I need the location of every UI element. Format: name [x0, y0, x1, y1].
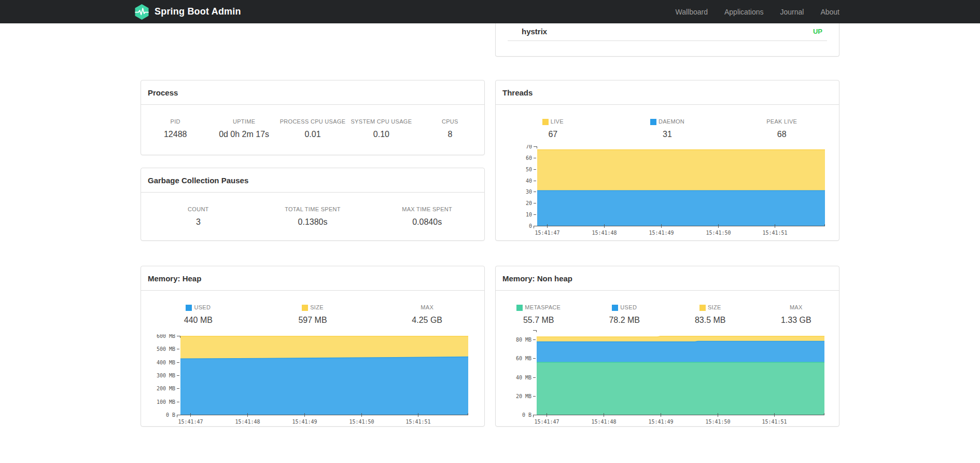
svg-text:15:41:50: 15:41:50 — [706, 230, 731, 236]
card-title: Garbage Collection Pauses — [141, 168, 484, 193]
svg-text:600 MB: 600 MB — [157, 334, 175, 339]
metric-value: 440 MB — [141, 315, 256, 325]
metric-value: 55.7 MB — [496, 315, 582, 325]
metric-value: 0.1380s — [256, 217, 370, 227]
svg-text:15:41:47: 15:41:47 — [178, 419, 203, 425]
metric-label: METASPACE — [496, 304, 582, 311]
legend-swatch-icon — [612, 305, 618, 311]
svg-text:50: 50 — [526, 167, 532, 172]
card-title: Memory: Non heap — [496, 266, 839, 291]
main-content: Process PID12488UPTIME0d 0h 2m 17sPROCES… — [141, 0, 839, 427]
metrics-row: COUNT3TOTAL TIME SPENT0.1380sMAX TIME SP… — [141, 193, 484, 227]
brand-title: Spring Boot Admin — [155, 6, 241, 17]
svg-text:60 MB: 60 MB — [516, 356, 531, 361]
svg-text:15:41:47: 15:41:47 — [534, 419, 559, 425]
legend-swatch-icon — [186, 305, 192, 311]
card-title: Process — [141, 80, 484, 105]
application-row[interactable]: hystrix UP — [508, 23, 827, 41]
brand-link[interactable]: Spring Boot Admin — [134, 3, 241, 21]
svg-text:15:41:49: 15:41:49 — [648, 419, 673, 425]
metric: DAEMON31 — [610, 118, 725, 139]
pulse-hexagon-icon — [134, 3, 150, 21]
metric: LIVE67 — [496, 118, 610, 139]
metric-label: SYSTEM CPU USAGE — [347, 118, 415, 125]
metric-value: 4.25 GB — [370, 315, 484, 325]
card-title: Threads — [496, 80, 839, 105]
card-title: Memory: Heap — [141, 266, 484, 291]
svg-text:15:41:47: 15:41:47 — [535, 230, 559, 236]
threads-chart: 01020304050607015:41:4715:41:4815:41:491… — [496, 145, 839, 238]
application-status-card: hystrix UP — [495, 23, 839, 57]
threads-card: Threads LIVE67DAEMON31PEAK LIVE68 010203… — [495, 80, 839, 241]
nav-item-journal[interactable]: Journal — [780, 8, 804, 16]
metric-value: 68 — [724, 129, 839, 139]
metrics-row: PID12488UPTIME0d 0h 2m 17sPROCESS CPU US… — [141, 105, 484, 139]
metric: USED78.2 MB — [582, 304, 668, 325]
metric: SIZE83.5 MB — [667, 304, 753, 325]
metric: PID12488 — [141, 118, 209, 139]
svg-text:15:41:50: 15:41:50 — [349, 419, 374, 425]
metric-value: 83.5 MB — [667, 315, 753, 325]
metric-value: 0.01 — [278, 129, 347, 139]
gc-pauses-card: Garbage Collection Pauses COUNT3TOTAL TI… — [141, 168, 485, 241]
svg-text:40 MB: 40 MB — [516, 375, 531, 380]
svg-text:100 MB: 100 MB — [157, 399, 175, 405]
metric-label: COUNT — [141, 206, 256, 213]
metric-label: PEAK LIVE — [724, 118, 839, 125]
metric: METASPACE55.7 MB — [496, 304, 582, 325]
svg-text:15:41:49: 15:41:49 — [292, 419, 317, 425]
metric: MAX TIME SPENT0.0840s — [370, 206, 484, 227]
metric: SIZE597 MB — [256, 304, 370, 325]
svg-text:15:41:48: 15:41:48 — [591, 419, 616, 425]
metric: MAX1.33 GB — [753, 304, 839, 325]
legend-swatch-icon — [650, 119, 656, 125]
metrics-row: LIVE67DAEMON31PEAK LIVE68 — [496, 105, 839, 139]
nav-item-about[interactable]: About — [820, 8, 839, 16]
nav-links: Wallboard Applications Journal About — [675, 8, 839, 16]
metric-label: DAEMON — [610, 118, 725, 125]
status-badge: UP — [813, 28, 826, 35]
metric-label: MAX TIME SPENT — [370, 206, 484, 213]
svg-text:15:41:51: 15:41:51 — [762, 419, 787, 425]
metric-value: 597 MB — [256, 315, 370, 325]
metric-value: 1.33 GB — [753, 315, 839, 325]
svg-text:400 MB: 400 MB — [157, 360, 175, 365]
svg-text:500 MB: 500 MB — [157, 346, 175, 352]
nav-item-wallboard[interactable]: Wallboard — [675, 8, 708, 16]
svg-text:200 MB: 200 MB — [157, 386, 175, 391]
metric-value: 0.0840s — [370, 217, 484, 227]
metric-label: USED — [141, 304, 256, 311]
metric-label: MAX — [370, 304, 484, 311]
svg-text:0 B: 0 B — [166, 412, 175, 418]
navbar: Spring Boot Admin Wallboard Applications… — [0, 0, 980, 23]
metric-value: 3 — [141, 217, 256, 227]
metric-label: USED — [582, 304, 668, 311]
svg-text:15:41:50: 15:41:50 — [705, 419, 730, 425]
metric: TOTAL TIME SPENT0.1380s — [256, 206, 370, 227]
svg-text:15:41:49: 15:41:49 — [649, 230, 674, 236]
svg-text:15:41:51: 15:41:51 — [762, 230, 787, 236]
right-column: hystrix UP Threads LIVE67DAEMON31PEAK LI… — [495, 23, 839, 427]
svg-text:70: 70 — [526, 145, 532, 149]
svg-text:40: 40 — [526, 178, 532, 184]
svg-text:15:41:51: 15:41:51 — [405, 419, 430, 425]
svg-text:80 MB: 80 MB — [516, 337, 531, 343]
legend-swatch-icon — [699, 305, 706, 311]
metric-label: MAX — [753, 304, 839, 311]
metric: SYSTEM CPU USAGE0.10 — [347, 118, 415, 139]
metric-value: 31 — [610, 129, 725, 139]
legend-swatch-icon — [302, 305, 308, 311]
svg-text:0 B: 0 B — [522, 412, 531, 418]
memory-heap-chart: 0 B100 MB200 MB300 MB400 MB500 MB600 MB1… — [141, 334, 484, 427]
memory-nonheap-card: Memory: Non heap METASPACE55.7 MBUSED78.… — [495, 266, 839, 427]
metrics-row: METASPACE55.7 MBUSED78.2 MBSIZE83.5 MBMA… — [496, 291, 839, 325]
nav-item-applications[interactable]: Applications — [724, 8, 764, 16]
svg-text:20: 20 — [526, 200, 532, 206]
metric-label: CPUS — [416, 118, 484, 125]
metrics-row: USED440 MBSIZE597 MBMAX4.25 GB — [141, 291, 484, 325]
memory-heap-card: Memory: Heap USED440 MBSIZE597 MBMAX4.25… — [141, 266, 485, 427]
left-column: Process PID12488UPTIME0d 0h 2m 17sPROCES… — [141, 23, 485, 427]
metric: UPTIME0d 0h 2m 17s — [209, 118, 278, 139]
metric-value: 0.10 — [347, 129, 415, 139]
memory-nonheap-chart: 0 B20 MB40 MB60 MB80 MB15:41:4715:41:481… — [496, 329, 839, 427]
